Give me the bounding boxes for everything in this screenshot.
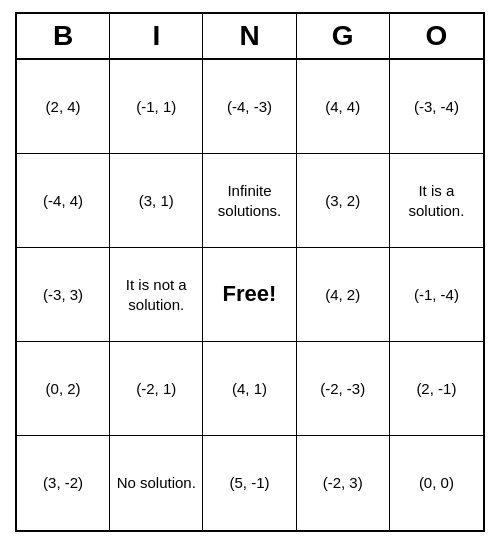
bingo-cell: (3, -2) [17, 436, 110, 530]
bingo-cell: (-1, 1) [110, 60, 203, 154]
bingo-cell: (3, 2) [297, 154, 390, 248]
bingo-cell: (0, 0) [390, 436, 483, 530]
bingo-cell: (2, 4) [17, 60, 110, 154]
header-letter: I [110, 14, 203, 58]
bingo-cell: (-3, 3) [17, 248, 110, 342]
bingo-cell: (5, -1) [203, 436, 296, 530]
bingo-cell: (4, 2) [297, 248, 390, 342]
bingo-cell: (4, 1) [203, 342, 296, 436]
bingo-cell: It is a solution. [390, 154, 483, 248]
header-letter: B [17, 14, 110, 58]
header-letter: O [390, 14, 483, 58]
free-cell: Free! [203, 248, 296, 342]
bingo-cell: No solution. [110, 436, 203, 530]
grid-body: (2, 4)(-1, 1)(-4, -3)(4, 4)(-3, -4)(-4, … [17, 60, 483, 530]
bingo-cell: Infinite solutions. [203, 154, 296, 248]
bingo-cell: (-3, -4) [390, 60, 483, 154]
bingo-cell: (0, 2) [17, 342, 110, 436]
bingo-cell: (2, -1) [390, 342, 483, 436]
bingo-cell: (-2, 3) [297, 436, 390, 530]
bingo-cell: (4, 4) [297, 60, 390, 154]
header-letter: G [297, 14, 390, 58]
bingo-cell: (3, 1) [110, 154, 203, 248]
bingo-cell: (-4, -3) [203, 60, 296, 154]
bingo-cell: (-2, 1) [110, 342, 203, 436]
header-letter: N [203, 14, 296, 58]
header-row: BINGO [17, 14, 483, 60]
bingo-card: BINGO (2, 4)(-1, 1)(-4, -3)(4, 4)(-3, -4… [15, 12, 485, 532]
bingo-cell: (-4, 4) [17, 154, 110, 248]
bingo-cell: (-2, -3) [297, 342, 390, 436]
bingo-cell: (-1, -4) [390, 248, 483, 342]
bingo-cell: It is not a solution. [110, 248, 203, 342]
